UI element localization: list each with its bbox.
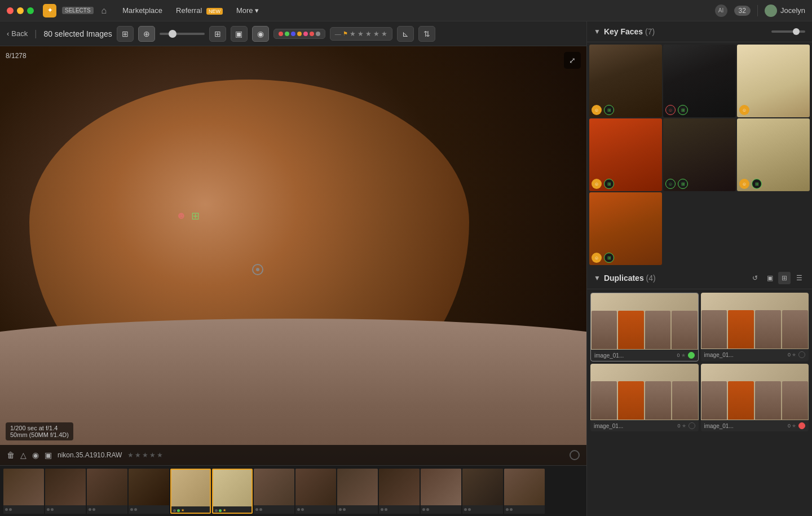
compare-button[interactable]: ▣ [231, 26, 248, 42]
gray-color-dot[interactable] [316, 32, 320, 36]
dup-card-3[interactable]: image_01... 0 ★ [590, 364, 699, 431]
bt-star-5[interactable]: ★ [157, 451, 163, 459]
star-4[interactable]: ★ [373, 30, 379, 38]
face-icon-face-2[interactable]: ☺ [665, 105, 676, 115]
dup-grid-button[interactable]: ⊞ [778, 272, 791, 284]
minimize-button[interactable] [17, 7, 24, 14]
maximize-button[interactable] [27, 7, 34, 14]
close-button[interactable] [7, 7, 14, 14]
dup-select-1[interactable] [688, 352, 695, 359]
film-thumb-3[interactable] [87, 469, 127, 514]
dup-refresh-button[interactable]: ↺ [749, 272, 761, 284]
face-card-1[interactable]: ☺ ⊞ [589, 45, 662, 117]
duplicates-chevron[interactable]: ▼ [594, 274, 601, 282]
ai-icon[interactable]: AI [715, 5, 727, 17]
film-thumb-1[interactable] [3, 469, 44, 514]
warning-icon[interactable]: △ [20, 451, 27, 460]
circle-button[interactable]: ◉ [32, 451, 39, 460]
star-1[interactable]: ★ [350, 30, 356, 38]
image-stars: ★ ★ ★ ★ ★ [127, 451, 163, 459]
user-area[interactable]: Jocelyn [765, 5, 805, 17]
star-5[interactable]: ★ [381, 30, 387, 38]
nav-referral[interactable]: Referral NEW [170, 4, 228, 17]
grid-view-button[interactable]: ⊞ [117, 26, 134, 42]
loupe-button[interactable]: ⊕ [138, 26, 155, 42]
dup-select-2[interactable] [798, 351, 805, 358]
traffic-lights [7, 7, 34, 14]
film-thumb-5[interactable]: ★ [170, 469, 211, 514]
face-icon-grid-2[interactable]: ⊞ [678, 105, 688, 115]
red-color-dot[interactable] [279, 32, 283, 36]
bt-star-4[interactable]: ★ [149, 451, 156, 459]
bt-star-3[interactable]: ★ [142, 451, 148, 459]
grid-tag-icon: ⊞ [191, 210, 200, 222]
circle-icon[interactable]: ◉ [252, 26, 269, 42]
nav-marketplace[interactable]: Marketplace [117, 4, 168, 17]
trash-icon[interactable]: 🗑 [7, 451, 15, 460]
filter-button[interactable]: ⊾ [397, 26, 414, 42]
bt-star-2[interactable]: ★ [135, 451, 141, 459]
face-icon-grid-4[interactable]: ⊞ [604, 179, 614, 189]
film-thumb-4[interactable] [129, 469, 169, 514]
expand-button[interactable]: ⤢ [564, 52, 581, 69]
face-card-5[interactable]: ☺ ⊞ [663, 118, 736, 191]
face-icon-grid-7[interactable]: ⊞ [604, 253, 614, 263]
dup-list-button[interactable]: ☰ [793, 272, 805, 284]
film-thumb-7[interactable] [254, 469, 294, 514]
star-2[interactable]: ★ [358, 30, 364, 38]
face-icon-grid-6[interactable]: ⊞ [752, 179, 762, 189]
star-rating-filter[interactable]: — ⚑ ★ ★ ★ ★ ★ [330, 27, 392, 41]
face-icon-face[interactable]: ☺ [592, 105, 602, 115]
orange-color-dot[interactable] [297, 32, 302, 36]
face-card-6[interactable]: ☺ ⊞ [737, 118, 810, 191]
pink-color-dot[interactable] [303, 32, 308, 36]
nav-more[interactable]: More ▾ [231, 4, 264, 17]
square-button[interactable]: ▣ [45, 451, 52, 460]
flag-icon: ⚑ [343, 30, 348, 37]
green-color-dot[interactable] [285, 32, 289, 36]
back-button[interactable]: ‹ Back [7, 29, 28, 38]
face-icon-face-6[interactable]: ☺ [739, 179, 749, 189]
select-circle[interactable] [570, 450, 580, 460]
star-3[interactable]: ★ [365, 30, 372, 38]
image-bottom-toolbar: 🗑 △ ◉ ▣ nikon.35.A1910.RAW ★ ★ ★ ★ ★ [0, 445, 586, 465]
film-thumb-6[interactable]: ★ [212, 469, 253, 514]
notifications-badge[interactable]: 32 [734, 6, 751, 16]
home-icon[interactable]: ⌂ [102, 6, 107, 16]
color-filter-group[interactable] [273, 29, 325, 39]
face-card-2[interactable]: ☺ ⊞ [663, 45, 736, 117]
dash-icon: — [335, 30, 341, 37]
face-card-3[interactable]: ☺ [737, 45, 810, 117]
faces-zoom-slider[interactable] [771, 30, 805, 33]
face-icon-face-3[interactable]: ☺ [739, 105, 749, 115]
dup-card-4[interactable]: image_01... 0 ★ [701, 364, 809, 431]
face-card-4[interactable]: ☺ ⊞ [589, 118, 662, 191]
film-thumb-11[interactable] [421, 469, 461, 514]
blue-color-dot[interactable] [291, 32, 295, 36]
sort-button[interactable]: ⇅ [418, 26, 435, 42]
dup-rating-3: 0 ★ [677, 423, 686, 429]
face-icon-grid-5[interactable]: ⊞ [678, 179, 688, 189]
film-thumb-12[interactable] [462, 469, 503, 514]
dup-card-1[interactable]: image_01... 0 ★ [590, 293, 699, 361]
film-thumb-9[interactable] [337, 469, 378, 514]
dup-select-3[interactable] [689, 422, 695, 429]
view-toggle-button[interactable]: ⊞ [209, 26, 226, 42]
face-icon-face-4[interactable]: ☺ [592, 179, 602, 189]
key-faces-chevron[interactable]: ▼ [594, 28, 601, 36]
image-counter: 8/1278 [6, 52, 27, 60]
zoom-slider[interactable] [160, 33, 205, 35]
bt-star-1[interactable]: ★ [127, 451, 134, 459]
film-thumb-10[interactable] [379, 469, 420, 514]
dup-select-4[interactable] [798, 422, 805, 429]
red2-color-dot[interactable] [310, 32, 314, 36]
dup-card-2[interactable]: image_01... 0 ★ [701, 293, 809, 361]
film-thumb-13[interactable] [504, 469, 545, 514]
film-thumb-2[interactable] [45, 469, 86, 514]
dup-view-button[interactable]: ▣ [764, 272, 776, 284]
film-thumb-8[interactable] [295, 469, 336, 514]
face-icon-grid[interactable]: ⊞ [604, 105, 614, 115]
face-icon-face-7[interactable]: ☺ [592, 253, 602, 263]
face-icon-face-5[interactable]: ☺ [665, 179, 676, 189]
face-card-7[interactable]: ☺ ⊞ [589, 192, 662, 265]
